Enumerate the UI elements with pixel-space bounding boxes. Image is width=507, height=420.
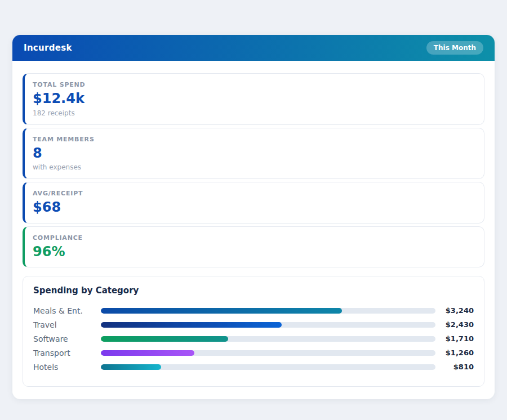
spending-title: Spending by Category bbox=[33, 285, 474, 296]
stat-value: $68 bbox=[33, 200, 474, 216]
category-rows: Meals & Ent.$3,240Travel$2,430Software$1… bbox=[33, 303, 474, 374]
category-label: Transport bbox=[33, 348, 101, 358]
category-bar-track bbox=[101, 364, 435, 370]
stat-value: $12.4k bbox=[33, 91, 474, 107]
stat-value: 8 bbox=[33, 146, 474, 162]
category-bar-track bbox=[101, 350, 435, 356]
category-bar-fill bbox=[101, 350, 194, 356]
stat-label: AVG/RECEIPT bbox=[33, 190, 474, 197]
dashboard-card: Incurdesk This Month TOTAL SPEND $12.4k … bbox=[12, 35, 495, 399]
stat-card: TOTAL SPEND $12.4k 182 receipts bbox=[23, 73, 484, 125]
category-row: Software$1,710 bbox=[33, 332, 474, 346]
category-label: Software bbox=[33, 334, 101, 343]
category-bar-fill bbox=[101, 336, 228, 342]
category-bar-fill bbox=[101, 308, 342, 314]
stat-label: TOTAL SPEND bbox=[33, 81, 474, 88]
period-badge[interactable]: This Month bbox=[426, 41, 483, 55]
category-label: Meals & Ent. bbox=[33, 306, 101, 315]
app-header: Incurdesk This Month bbox=[12, 35, 495, 61]
category-value: $2,430 bbox=[435, 320, 474, 329]
stat-sub: with expenses bbox=[33, 163, 474, 171]
dashboard-content: TOTAL SPEND $12.4k 182 receipts TEAM MEM… bbox=[12, 61, 495, 399]
stat-sub: 182 receipts bbox=[33, 109, 474, 117]
stat-value: 96% bbox=[33, 244, 474, 260]
category-value: $810 bbox=[435, 363, 474, 371]
category-bar-track bbox=[101, 308, 435, 314]
category-bar-track bbox=[101, 336, 435, 342]
category-value: $1,710 bbox=[435, 334, 474, 343]
category-label: Travel bbox=[33, 320, 101, 329]
category-row: Meals & Ent.$3,240 bbox=[33, 303, 474, 318]
spending-by-category-card: Spending by Category Meals & Ent.$3,240T… bbox=[23, 276, 484, 387]
category-row: Transport$1,260 bbox=[33, 346, 474, 360]
category-row: Hotels$810 bbox=[33, 360, 474, 374]
stat-card: AVG/RECEIPT $68 bbox=[23, 182, 484, 224]
category-bar-fill bbox=[101, 364, 161, 370]
category-row: Travel$2,430 bbox=[33, 318, 474, 332]
category-bar-track bbox=[101, 322, 435, 328]
stat-label: COMPLIANCE bbox=[33, 234, 474, 242]
category-value: $3,240 bbox=[435, 306, 474, 315]
category-bar-fill bbox=[101, 322, 282, 328]
stat-label: TEAM MEMBERS bbox=[33, 136, 474, 143]
stat-card: COMPLIANCE 96% bbox=[23, 226, 484, 268]
app-title: Incurdesk bbox=[24, 43, 72, 53]
stat-card: TEAM MEMBERS 8 with expenses bbox=[23, 128, 484, 180]
category-value: $1,260 bbox=[435, 348, 474, 357]
category-label: Hotels bbox=[33, 363, 101, 372]
